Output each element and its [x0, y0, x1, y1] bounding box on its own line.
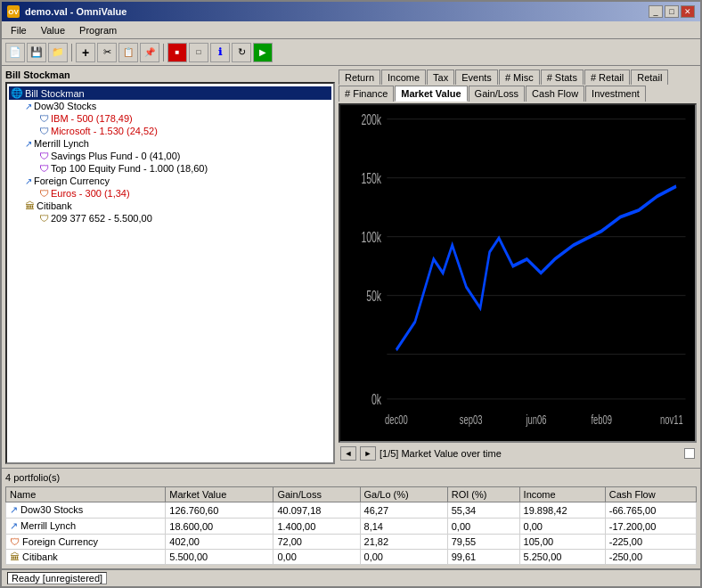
maximize-button[interactable]: □: [665, 5, 679, 18]
table-row[interactable]: 🏛 Citibank 5.500,00 0,00 0,00 99,61 5.25…: [6, 550, 697, 565]
table-row[interactable]: ↗ Dow30 Stocks 126.760,60 40.097,18 46,2…: [6, 502, 697, 519]
tree-indent-dow30-children: 🛡 IBM - 500 (178,49) 🛡 Microsoft - 1.530…: [37, 112, 331, 137]
minimize-button[interactable]: _: [649, 5, 663, 18]
cell-glp-citibank: 0,00: [360, 550, 447, 565]
cell-mv-dow30: 126.760,60: [166, 502, 273, 519]
tree-item-microsoft[interactable]: 🛡 Microsoft - 1.530 (24,52): [37, 125, 331, 137]
cell-glp-merrill: 8,14: [360, 519, 447, 535]
svg-text:100k: 100k: [361, 230, 381, 246]
cut-button[interactable]: ✂: [97, 43, 117, 62]
tree-container[interactable]: 🌐 Bill Stockman ↗ Dow30 Stocks 🛡 IBM -: [5, 82, 335, 464]
chart-nav: ◄ ► [1/5] Market Value over time: [339, 443, 697, 464]
tab-market-value[interactable]: Market Value: [395, 86, 467, 102]
cell-mv-foreign: 402,00: [166, 535, 273, 550]
title-buttons: _ □ ✕: [649, 5, 695, 18]
open-button[interactable]: 📁: [48, 43, 68, 62]
flag2-button[interactable]: □: [189, 43, 208, 62]
panel-title: Bill Stockman: [5, 69, 335, 80]
menu-program[interactable]: Program: [74, 24, 122, 37]
tree-indent-foreign: ↗ Foreign Currency 🛡 Euros - 300 (1,34): [23, 175, 331, 200]
tree-item-ibm[interactable]: 🛡 IBM - 500 (178,49): [37, 112, 331, 125]
toolbar-separator-2: [163, 44, 164, 61]
tree-item-top100[interactable]: 🛡 Top 100 Equity Fund - 1.000 (18,60): [37, 162, 331, 175]
main-window: OV demo.val - OmniValue _ □ ✕ File Value…: [0, 0, 702, 588]
tab-events[interactable]: Events: [455, 69, 498, 85]
chart-nav-label: [1/5] Market Value over time: [380, 448, 502, 459]
toolbar: 📄 💾 📁 + ✂ 📋 📌 ■ □ ℹ ↻ ▶: [2, 39, 700, 66]
cell-mv-citibank: 5.500,00: [166, 550, 273, 565]
currency-icon-euros: 🛡: [39, 188, 49, 199]
menu-bar: File Value Program: [2, 21, 700, 39]
tab-return[interactable]: Return: [339, 69, 380, 85]
copy-button[interactable]: 📋: [118, 43, 138, 62]
chart-prev-button[interactable]: ◄: [340, 446, 356, 461]
status-bar: Ready [unregistered]: [2, 568, 700, 586]
cell-glp-dow30: 46,27: [360, 502, 447, 519]
tab-stats[interactable]: # Stats: [541, 69, 584, 85]
tree-indent-citibank-children: 🛡 209 377 652 - 5.500,00: [37, 212, 331, 225]
fund-icon-savings: 🛡: [39, 151, 49, 161]
tab-cash-flow[interactable]: Cash Flow: [526, 86, 584, 102]
cell-gl-dow30: 40.097,18: [273, 502, 360, 519]
new-button[interactable]: 📄: [5, 43, 25, 62]
title-bar: OV demo.val - OmniValue _ □ ✕: [2, 2, 700, 21]
cell-roi-dow30: 55,34: [447, 502, 519, 519]
bottom-section: 4 portfolio(s) Name Market Value Gain/Lo…: [2, 468, 700, 568]
tree-item-citi-account[interactable]: 🛡 209 377 652 - 5.500,00: [37, 212, 331, 225]
left-panel: Bill Stockman 🌐 Bill Stockman ↗ Dow30 St…: [5, 69, 335, 464]
tree-item-foreign[interactable]: ↗ Foreign Currency: [23, 175, 331, 187]
tree-label-citi-account: 209 377 652 - 5.500,00: [51, 213, 152, 224]
table-row[interactable]: 🛡 Foreign Currency 402,00 72,00 21,82 79…: [6, 535, 697, 550]
tree-item-savings[interactable]: 🛡 Savings Plus Fund - 0 (41,00): [37, 150, 331, 162]
title-bar-left: OV demo.val - OmniValue: [7, 5, 127, 18]
tab-gain-loss[interactable]: Gain/Loss: [469, 86, 526, 102]
svg-text:nov11: nov11: [660, 412, 683, 427]
tree-item-merrill[interactable]: ↗ Merrill Lynch: [23, 137, 331, 150]
tab-income[interactable]: Income: [381, 69, 426, 85]
paste-button[interactable]: 📌: [140, 43, 159, 62]
tab-tax[interactable]: Tax: [427, 69, 454, 85]
refresh-button[interactable]: ↻: [232, 43, 251, 62]
window-title: demo.val - OmniValue: [25, 6, 127, 17]
status-text: Ready [unregistered]: [7, 572, 107, 584]
save-button[interactable]: 💾: [27, 43, 46, 62]
tab-retail-hash[interactable]: # Retail: [584, 69, 630, 85]
chart-next-button[interactable]: ►: [360, 446, 376, 461]
table-body: ↗ Dow30 Stocks 126.760,60 40.097,18 46,2…: [6, 502, 697, 565]
menu-file[interactable]: File: [5, 24, 32, 37]
add-button[interactable]: +: [76, 43, 95, 62]
stock-icon-ibm: 🛡: [39, 113, 49, 124]
cell-glp-foreign: 21,82: [360, 535, 447, 550]
tree-item-bill-stockman[interactable]: 🌐 Bill Stockman: [9, 86, 331, 100]
stock-icon-msft: 🛡: [39, 126, 49, 136]
run-button[interactable]: ▶: [253, 43, 273, 62]
tree-label-dow30: Dow30 Stocks: [34, 101, 96, 111]
data-table: Name Market Value Gain/Loss Ga/Lo (%) RO…: [5, 486, 697, 565]
col-header-gain-loss: Gain/Loss: [273, 487, 360, 502]
chart-checkbox[interactable]: [684, 448, 695, 459]
tab-misc[interactable]: # Misc: [499, 69, 540, 85]
tab-finance[interactable]: # Finance: [339, 86, 394, 102]
table-row[interactable]: ↗ Merrill Lynch 18.600,00 1.400,00 8,14 …: [6, 519, 697, 535]
tree-label-root: Bill Stockman: [25, 88, 85, 99]
tree-item-euros[interactable]: 🛡 Euros - 300 (1,34): [37, 187, 331, 200]
app-icon: OV: [7, 5, 20, 18]
tree-item-citibank[interactable]: 🏛 Citibank: [23, 200, 331, 212]
tab-investment[interactable]: Investment: [585, 86, 646, 102]
tree-item-dow30[interactable]: ↗ Dow30 Stocks: [23, 100, 331, 112]
cell-roi-foreign: 79,55: [447, 535, 519, 550]
tab-retail[interactable]: Retail: [631, 69, 668, 85]
close-button[interactable]: ✕: [681, 5, 695, 18]
tree-indent-citibank: 🏛 Citibank 🛡 209 377 652 - 5.500,00: [23, 200, 331, 225]
cell-name-foreign: 🛡 Foreign Currency: [6, 535, 166, 550]
flag1-button[interactable]: ■: [167, 43, 187, 62]
info-button[interactable]: ℹ: [210, 43, 230, 62]
col-header-market-value: Market Value: [166, 487, 273, 502]
row-icon-foreign: 🛡: [10, 536, 20, 547]
cell-cf-merrill: -17.200,00: [605, 519, 696, 535]
menu-value[interactable]: Value: [36, 24, 70, 37]
cell-gl-merrill: 1.400,00: [273, 519, 360, 535]
tree-label-foreign: Foreign Currency: [34, 176, 110, 186]
cell-gl-citibank: 0,00: [273, 550, 360, 565]
svg-text:feb09: feb09: [591, 412, 612, 427]
